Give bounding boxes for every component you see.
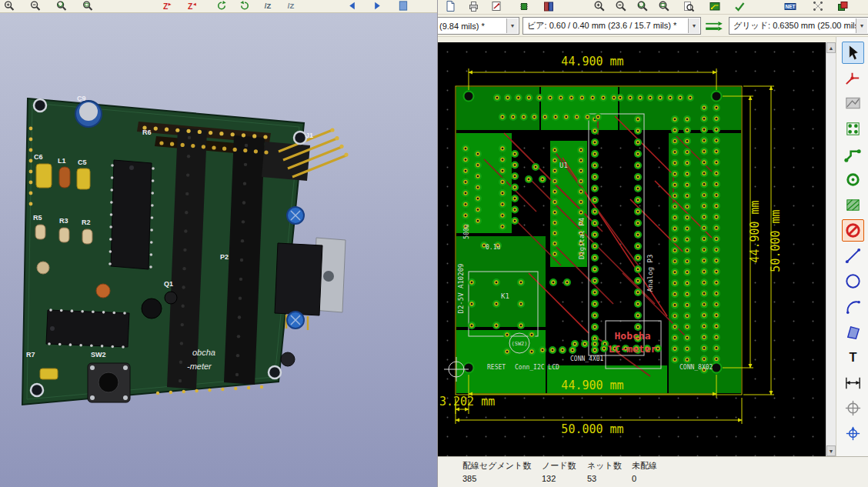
orbit-cw-icon[interactable] — [215, 0, 228, 12]
svg-text:0.1u: 0.1u — [486, 244, 500, 251]
status-wire-segments: 配線セグメント数 385 — [462, 460, 531, 483]
net-inspector-icon[interactable]: NET — [784, 0, 796, 12]
zoom-fit-icon[interactable] — [82, 0, 94, 12]
move-z-down-icon[interactable]: /Z — [285, 0, 297, 12]
zoom-out-icon[interactable] — [29, 0, 42, 12]
zoom-in-icon[interactable] — [593, 0, 606, 12]
pcb-canvas-area[interactable]: Hobcha LC-meter RESET Conn_I2C LCD CONN_… — [438, 42, 826, 456]
canvas-vertical-scrollbar[interactable]: ▲ ▼ — [826, 42, 836, 456]
chevron-down-icon[interactable]: ▾ — [856, 18, 867, 33]
status-label: 未配線 — [632, 460, 657, 472]
pcb-canvas[interactable]: Hobcha LC-meter RESET Conn_I2C LCD CONN_… — [438, 42, 826, 456]
plot-icon[interactable] — [490, 0, 502, 12]
3d-viewer-toolbar: ZZ/Z/Z — [0, 0, 437, 13]
status-value: 53 — [587, 474, 622, 483]
zoom-redraw-icon[interactable] — [636, 0, 649, 12]
add-graphic-line-tool-icon[interactable] — [842, 245, 864, 267]
track-display-icon[interactable] — [704, 19, 724, 33]
add-dimension-tool-icon[interactable] — [842, 372, 864, 394]
svg-text:L1: L1 — [58, 157, 66, 165]
svg-text:P2: P2 — [220, 253, 229, 261]
scroll-down-button[interactable]: ▼ — [826, 445, 836, 456]
svg-text:LC-meter: LC-meter — [609, 343, 657, 355]
dim-bottom-outer: 50.000 mm — [561, 422, 623, 436]
add-zone-tool-icon[interactable] — [842, 194, 864, 216]
footprint-browser-icon[interactable] — [542, 0, 555, 12]
status-nets: ネット数 53 — [587, 460, 622, 483]
3d-viewer-icon[interactable] — [709, 0, 721, 12]
dim-offset: 3.202 mm — [439, 395, 495, 409]
svg-text:Q1: Q1 — [164, 280, 173, 288]
svg-text:Hobcha: Hobcha — [615, 330, 651, 342]
add-graphic-polygon-tool-icon[interactable] — [842, 321, 864, 343]
status-bar: 配線セグメント数 385 ノード数 132 ネット数 53 未配線 0 — [438, 456, 868, 487]
scroll-up-button[interactable]: ▲ — [826, 42, 836, 53]
svg-text:U1: U1 — [559, 162, 568, 169]
dim-top: 44.900 mm — [561, 55, 623, 68]
zoom-redraw-icon[interactable] — [55, 0, 68, 12]
add-keepout-tool-icon[interactable] — [842, 219, 864, 242]
layer-pair-icon[interactable] — [836, 0, 849, 12]
find-icon[interactable] — [683, 0, 695, 12]
svg-text:Conn_I2C LCD: Conn_I2C LCD — [515, 364, 559, 371]
svg-text:NET: NET — [786, 4, 796, 9]
status-nodes: ノード数 132 — [542, 460, 576, 483]
track-width-dropdown[interactable]: (9.84 mils) * ▾ — [437, 17, 519, 35]
select-tool-icon[interactable] — [842, 42, 864, 64]
via-size-value: ビア: 0.60 / 0.40 mm (23.6 / 15.7 mils) * — [527, 20, 676, 32]
dim-bottom-inner: 44.900 mm — [561, 379, 623, 392]
move-z-up-icon[interactable]: /Z — [262, 0, 274, 12]
local-ratsnest-tool-icon[interactable] — [842, 92, 864, 115]
svg-text:CONN_8X02: CONN_8X02 — [679, 364, 713, 371]
svg-text:K1: K1 — [501, 292, 509, 300]
svg-text:/Z: /Z — [265, 2, 272, 10]
drill-origin-tool-icon[interactable] — [842, 422, 864, 445]
orbit-ccw-icon[interactable] — [239, 0, 251, 12]
add-via-tool-icon[interactable] — [842, 168, 864, 191]
grid-dropdown[interactable]: グリッド: 0.6350 mm (25.00 mils) ▾ — [729, 17, 868, 35]
zoom-out-icon[interactable] — [615, 0, 627, 12]
svg-text:SW2: SW2 — [91, 351, 106, 359]
svg-text:R3: R3 — [59, 217, 68, 225]
status-label: ネット数 — [587, 460, 622, 472]
track-width-value: (9.84 mils) * — [439, 22, 485, 31]
add-footprint-tool-icon[interactable] — [842, 118, 864, 140]
settings-toolbar: (9.84 mils) * ▾ ビア: 0.60 / 0.40 mm (23.6… — [438, 15, 868, 37]
svg-text:C5: C5 — [78, 158, 87, 166]
svg-text:(SW2): (SW2) — [511, 341, 527, 347]
svg-text:obcha: obcha — [192, 348, 215, 357]
editor-right-toolbar: T — [836, 37, 868, 456]
zoom-in-icon[interactable] — [3, 0, 15, 12]
footprint-editor-icon[interactable] — [518, 0, 530, 12]
pcb-editor-window: NET (9.84 mils) * ▾ ビア: 0.60 / 0.40 mm (… — [437, 0, 868, 487]
status-unrouted: 未配線 0 — [632, 460, 657, 483]
rotate-z-pos-icon[interactable]: Z — [160, 0, 172, 12]
3d-viewport[interactable]: C9 C6 L1 C5 R6 R5 R3 R2 P2 J1 Q1 SW2 R7 … — [0, 13, 437, 487]
print-icon[interactable] — [467, 0, 479, 12]
pan-right-icon[interactable] — [371, 0, 383, 12]
via-size-dropdown[interactable]: ビア: 0.60 / 0.40 mm (23.6 / 15.7 mils) * … — [522, 17, 701, 35]
chevron-down-icon[interactable]: ▾ — [506, 18, 518, 33]
svg-text:Z: Z — [188, 2, 192, 11]
3d-board-render[interactable]: C9 C6 L1 C5 R6 R5 R3 R2 P2 J1 Q1 SW2 R7 … — [0, 13, 437, 487]
drc-check-icon[interactable] — [733, 0, 746, 12]
ratsnest-icon[interactable] — [812, 0, 824, 12]
chevron-down-icon[interactable]: ▾ — [688, 18, 699, 33]
route-tracks-tool-icon[interactable] — [842, 143, 864, 165]
svg-text:J1: J1 — [305, 132, 313, 139]
add-target-tool-icon[interactable] — [842, 397, 864, 419]
highlight-net-tool-icon[interactable] — [842, 67, 864, 89]
add-text-tool-icon[interactable]: T — [842, 346, 864, 369]
add-graphic-arc-tool-icon[interactable] — [842, 295, 864, 318]
grid-value: グリッド: 0.6350 mm (25.00 mils) — [733, 20, 862, 32]
svg-text:R2: R2 — [82, 218, 91, 226]
new-board-icon[interactable] — [444, 0, 456, 12]
3d-viewer-window: ZZ/Z/Z — [0, 0, 437, 487]
side-panel-icon[interactable] — [397, 0, 409, 12]
add-graphic-circle-tool-icon[interactable] — [842, 270, 864, 292]
rotate-z-neg-icon[interactable]: Z — [185, 0, 197, 12]
pan-left-icon[interactable] — [346, 0, 359, 12]
zoom-fit-icon[interactable] — [658, 0, 670, 12]
svg-text:R7: R7 — [26, 351, 35, 359]
svg-text:C6: C6 — [34, 153, 43, 161]
